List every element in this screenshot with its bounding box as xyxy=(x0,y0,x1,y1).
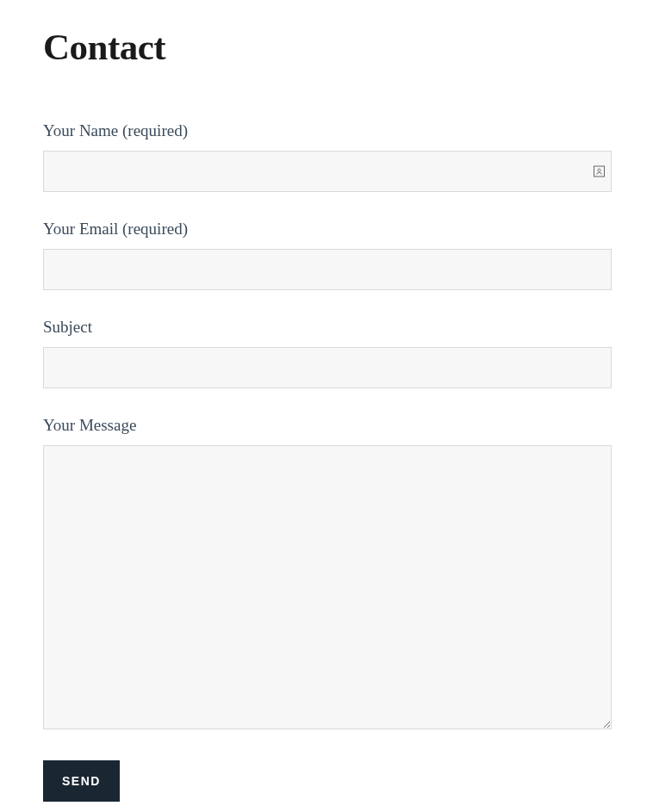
subject-label: Subject xyxy=(43,318,612,337)
svg-point-0 xyxy=(598,169,600,171)
message-label: Your Message xyxy=(43,416,612,435)
name-label: Your Name (required) xyxy=(43,121,612,140)
message-textarea[interactable] xyxy=(43,445,612,729)
name-field-group: Your Name (required) xyxy=(43,121,612,192)
email-input[interactable] xyxy=(43,249,612,290)
send-button[interactable]: SEND xyxy=(43,760,120,802)
name-input[interactable] xyxy=(43,151,612,192)
page-title: Contact xyxy=(43,26,612,68)
subject-input[interactable] xyxy=(43,347,612,388)
subject-field-group: Subject xyxy=(43,318,612,388)
contact-card-icon xyxy=(594,166,605,177)
email-label: Your Email (required) xyxy=(43,220,612,239)
message-field-group: Your Message xyxy=(43,416,612,733)
email-field-group: Your Email (required) xyxy=(43,220,612,290)
name-input-wrapper xyxy=(43,151,612,192)
contact-form: Your Name (required) Your Email (require… xyxy=(43,121,612,802)
